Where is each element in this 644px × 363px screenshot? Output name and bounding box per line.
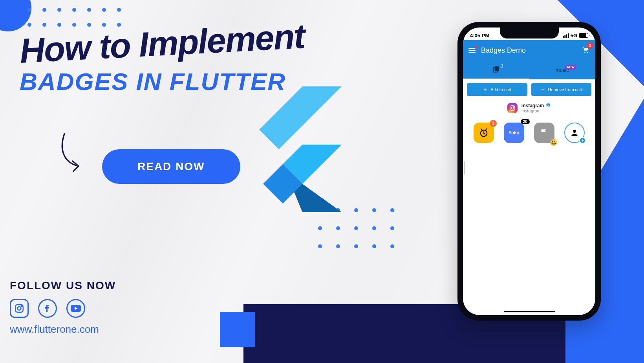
tab-icon[interactable]: 3 [463, 60, 529, 79]
new-badge: NEW [565, 65, 576, 70]
facebook-icon[interactable] [38, 299, 57, 318]
appbar-title: Badges Demo [481, 46, 576, 55]
instagram-logo-icon [507, 103, 518, 113]
svg-point-11 [511, 107, 513, 109]
svg-rect-7 [568, 33, 569, 38]
svg-rect-5 [564, 35, 565, 38]
instagram-sub: Instagram [521, 108, 551, 113]
yako-label: Yako [509, 130, 520, 136]
signal-icon [563, 33, 569, 38]
svg-point-2 [21, 306, 22, 307]
phone-mockup: 4:05 PM 5G Badges Demo 3 [457, 22, 601, 321]
svg-rect-9 [495, 66, 499, 71]
remove-from-cart-button[interactable]: Remove from cart [531, 83, 592, 96]
copy-icon [492, 66, 500, 73]
avatar-tile[interactable] [564, 123, 585, 143]
flag-icon [539, 128, 549, 138]
blue-square [220, 312, 255, 347]
cart-button[interactable]: 3 [581, 45, 590, 55]
yako-tile[interactable]: Yako 20 [504, 123, 524, 143]
remove-label: Remove from cart [548, 87, 582, 92]
tab-music[interactable]: music NEW [529, 60, 596, 79]
home-indicator [504, 311, 555, 312]
cart-badge: 3 [587, 42, 593, 49]
menu-icon[interactable] [468, 48, 476, 53]
scroll-handle [464, 161, 465, 174]
alarm-tile[interactable]: 1 [474, 123, 494, 143]
appbar: Badges Demo 3 3 music NEW [463, 40, 595, 79]
add-label: Add to cart [490, 87, 511, 92]
status-time: 4:05 PM [470, 33, 489, 38]
minus-icon [540, 87, 545, 92]
alarm-badge: 1 [490, 120, 497, 127]
instagram-icon[interactable] [10, 299, 29, 318]
website-url[interactable]: www.flutterone.com [10, 323, 116, 336]
battery-icon [579, 33, 588, 38]
tab1-badge: 3 [501, 64, 503, 68]
dot-grid-mid [318, 208, 394, 248]
person-icon [570, 128, 579, 138]
status-network: 5G [571, 33, 577, 38]
flutter-logo-icon [240, 86, 342, 214]
follow-heading: FOLLOW US NOW [10, 279, 116, 292]
svg-point-1 [18, 307, 21, 310]
menu-dot-badge [475, 46, 478, 49]
arrow-icon [57, 133, 100, 176]
read-now-button[interactable]: READ NOW [102, 149, 240, 184]
svg-point-12 [514, 106, 514, 107]
instagram-row: instagram Instagram [467, 103, 591, 113]
flag-tile[interactable]: 😃 [534, 123, 554, 143]
headline-line2: BADGES IN FLUTTER [20, 68, 305, 95]
follow-section: FOLLOW US NOW www.flutterone.com [10, 279, 116, 336]
yako-badge: 20 [521, 119, 530, 124]
svg-point-14 [573, 130, 576, 133]
status-right: 5G [563, 33, 588, 38]
svg-rect-6 [566, 34, 567, 38]
add-to-cart-button[interactable]: Add to cart [467, 83, 527, 96]
youtube-icon[interactable] [66, 299, 85, 318]
upload-badge [579, 137, 586, 144]
headline-line1: How to Implement [19, 16, 306, 71]
instagram-name: instagram [521, 103, 544, 108]
alarm-icon [478, 127, 489, 138]
app-body: Add to cart Remove from cart instagram I… [463, 79, 595, 315]
plus-icon [483, 87, 488, 92]
emoji-badge: 😃 [550, 139, 558, 146]
svg-rect-4 [563, 36, 564, 38]
verified-icon [545, 103, 551, 108]
headline: How to Implement BADGES IN FLUTTER [20, 24, 305, 95]
